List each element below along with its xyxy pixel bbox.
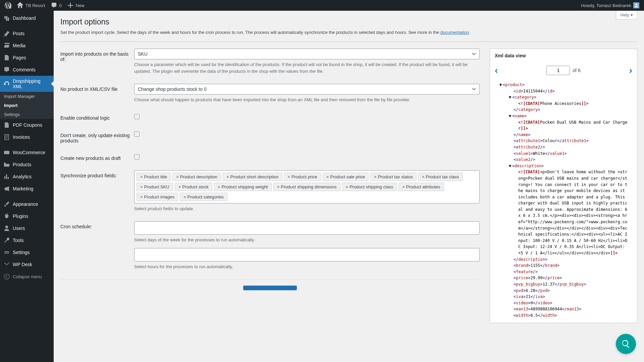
sidebar-item-plugins[interactable]: Plugins xyxy=(0,210,54,222)
tag-remove-icon[interactable]: × xyxy=(178,184,181,189)
cond-checkbox xyxy=(134,114,140,119)
xml-page-input[interactable] xyxy=(546,66,570,75)
comment-icon xyxy=(3,66,10,73)
page-intro: Set the product import cycle. Select the… xyxy=(60,30,637,42)
new-content[interactable]: New xyxy=(64,0,87,11)
site-name[interactable]: TB Resort xyxy=(14,0,48,11)
cron-help1: Select days of the week for the processe… xyxy=(134,237,480,243)
sync-tag[interactable]: ×Product images xyxy=(137,193,178,201)
xml-tree[interactable]: ▼<product> <id>I4115044</id> ▼<category>… xyxy=(495,82,632,319)
comments[interactable]: 0 xyxy=(48,0,64,11)
cron-hours-input[interactable] xyxy=(134,248,480,261)
sidebar-item-dropshipping[interactable]: Dropshipping XML xyxy=(0,76,54,92)
sidebar-item-posts[interactable]: Posts xyxy=(0,27,54,40)
brush-icon xyxy=(3,201,10,207)
tag-remove-icon[interactable]: × xyxy=(277,184,280,189)
sidebar-item-settings[interactable]: Settings xyxy=(0,246,54,258)
users-icon xyxy=(3,225,10,232)
content-area: Help▾ Import options Set the product imp… xyxy=(54,11,644,362)
dashboard-icon xyxy=(3,15,10,21)
sidebar-item-wpdesk[interactable]: WP Desk xyxy=(0,258,54,270)
products-icon xyxy=(3,161,10,168)
page-title: Import options xyxy=(60,11,637,30)
sync-tag[interactable]: ×Product sale price xyxy=(323,173,369,181)
sync-tag[interactable]: ×Product attributes xyxy=(398,183,444,191)
help-tab[interactable]: Help▾ xyxy=(616,11,637,19)
wpdesk-icon xyxy=(3,261,10,268)
tag-remove-icon[interactable]: × xyxy=(218,184,220,189)
wp-logo[interactable] xyxy=(2,0,14,11)
submenu-settings[interactable]: Settings xyxy=(0,110,54,119)
sidebar-item-invoices[interactable]: Invoices xyxy=(0,131,54,143)
submenu-import-manager[interactable]: Import Manager xyxy=(0,92,54,101)
sync-tag[interactable]: ×Product price xyxy=(284,173,321,181)
svg-point-1 xyxy=(4,274,9,279)
pin-icon xyxy=(3,30,10,37)
basis-help: Choose a parameter which will be used fo… xyxy=(134,61,480,74)
chevron-down-icon: ▾ xyxy=(631,12,633,17)
update-checkbox[interactable] xyxy=(134,131,140,137)
user-menu[interactable]: Howdy, Tomasz Bednarek xyxy=(578,0,642,11)
sync-tag[interactable]: ×Product title xyxy=(137,173,171,181)
sidebar-item-analytics[interactable]: Analytics xyxy=(0,171,54,183)
tag-remove-icon[interactable]: × xyxy=(183,194,186,199)
submit-button[interactable] xyxy=(243,286,297,290)
xml-next[interactable]: › xyxy=(629,65,632,76)
sidebar-item-pdfcoupons[interactable]: PDF Coupons xyxy=(0,119,54,131)
tag-remove-icon[interactable]: × xyxy=(288,174,290,179)
sync-tag[interactable]: ×Product tax status xyxy=(370,173,417,181)
sync-tag[interactable]: ×Product categories xyxy=(180,193,227,201)
tag-remove-icon[interactable]: × xyxy=(374,174,377,179)
draft-checkbox[interactable] xyxy=(134,154,140,160)
tag-remove-icon[interactable]: × xyxy=(346,184,348,189)
tag-remove-icon[interactable]: × xyxy=(326,174,329,179)
help-fab[interactable] xyxy=(616,334,636,354)
update-label: Don't create, only update existing produ… xyxy=(60,130,134,143)
xml-title: Xml data view xyxy=(495,53,632,58)
sidebar-item-media[interactable]: Media xyxy=(0,40,54,52)
svg-rect-0 xyxy=(4,151,9,154)
xml-prev[interactable]: ‹ xyxy=(495,65,498,76)
documentation-link[interactable]: documentation xyxy=(440,30,469,35)
comments-count: 0 xyxy=(59,3,62,8)
sync-tag[interactable]: ×Product stock xyxy=(175,183,212,191)
home-icon xyxy=(17,2,23,9)
plugin-icon xyxy=(3,213,10,220)
sidebar-item-marketing[interactable]: Marketing xyxy=(0,183,54,195)
sidebar-item-tools[interactable]: Tools xyxy=(0,234,54,246)
xml-page-total: of 6 xyxy=(573,68,580,73)
noprod-select[interactable]: Change shop products stock to 0 xyxy=(134,84,480,95)
cron-days-input[interactable] xyxy=(134,221,480,235)
admin-sidebar: Dashboard Posts Media Pages Comments Dro… xyxy=(0,11,54,362)
sync-tag[interactable]: ×Product short description xyxy=(223,173,282,181)
tag-remove-icon[interactable]: × xyxy=(402,184,405,189)
sidebar-item-dashboard[interactable]: Dashboard xyxy=(0,12,54,24)
tag-remove-icon[interactable]: × xyxy=(422,174,425,179)
sidebar-item-users[interactable]: Users xyxy=(0,222,54,234)
sidebar-item-woocommerce[interactable]: WooCommerce xyxy=(0,146,54,159)
sync-tag[interactable]: ×Product shipping class xyxy=(342,183,397,191)
basis-select[interactable]: SKU xyxy=(134,49,480,59)
tag-remove-icon[interactable]: × xyxy=(140,174,143,179)
collapse-menu[interactable]: Collapse menu xyxy=(0,270,54,283)
sync-tag[interactable]: ×Product SKU xyxy=(137,183,173,191)
draft-label: Create new products as draft xyxy=(60,153,134,161)
xml-panel: Xml data view ‹ of 6 › ▼<product> <id>I4… xyxy=(490,49,637,323)
sync-tag[interactable]: ×Product tax class xyxy=(418,173,463,181)
tag-remove-icon[interactable]: × xyxy=(140,184,143,189)
sidebar-item-comments[interactable]: Comments xyxy=(0,64,54,76)
tag-remove-icon[interactable]: × xyxy=(140,194,143,199)
tag-remove-icon[interactable]: × xyxy=(226,174,229,179)
sync-tag[interactable]: ×Product shipping dimensions xyxy=(273,183,340,191)
tag-remove-icon[interactable]: × xyxy=(176,174,179,179)
sync-tag[interactable]: ×Product description xyxy=(172,173,221,181)
sync-help: Select product fields to update. xyxy=(134,205,480,212)
media-icon xyxy=(3,42,10,49)
sync-icon xyxy=(3,80,10,87)
submenu-import[interactable]: Import xyxy=(0,101,54,110)
sync-tags-container[interactable]: ×Product title×Product description×Produ… xyxy=(134,170,480,203)
sidebar-item-pages[interactable]: Pages xyxy=(0,52,54,64)
sidebar-item-appearance[interactable]: Appearance xyxy=(0,198,54,210)
sync-tag[interactable]: ×Product shipping weight xyxy=(214,183,272,191)
sidebar-item-products[interactable]: Products xyxy=(0,159,54,171)
